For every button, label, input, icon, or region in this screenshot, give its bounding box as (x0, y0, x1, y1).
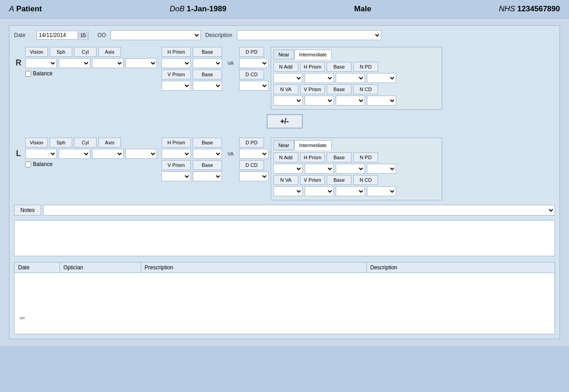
plusminus-button[interactable]: +/- (267, 114, 303, 129)
history-table: Date Optician Prescription Description ⚰ (14, 263, 555, 327)
l-axis-select[interactable] (125, 149, 157, 159)
r-axis-select[interactable] (125, 58, 157, 68)
l-near-row2: N VA V Prism Base N CD (273, 175, 439, 185)
l-h-base-button[interactable]: Base (193, 138, 222, 148)
nhs-label: NHS (499, 5, 515, 13)
r-n-add-select[interactable] (273, 73, 303, 83)
r-h-prism-button[interactable]: H Prism (162, 47, 191, 57)
calendar-button[interactable]: 15 (78, 32, 88, 39)
l-d-cd-button[interactable]: D CD (239, 160, 264, 170)
oo-label: OO (97, 32, 106, 38)
history-empty-row: ⚰ (14, 273, 555, 327)
r-d-pd-select[interactable] (239, 58, 268, 68)
l-h-base-select[interactable] (193, 149, 222, 159)
patient-prefix: A (9, 5, 14, 13)
l-near-h-prism-select[interactable] (305, 164, 334, 174)
notes-textarea[interactable] (14, 220, 555, 256)
r-d-cd-button[interactable]: D CD (239, 69, 264, 79)
l-n-add-button[interactable]: N Add (273, 152, 298, 162)
r-sph-button[interactable]: Sph (50, 47, 72, 57)
notes-section: Notes (14, 205, 555, 216)
l-balance-checkbox[interactable] (25, 161, 31, 167)
r-v-base-button[interactable]: Base (193, 69, 222, 79)
r-d-pd-button[interactable]: D PD (239, 47, 264, 57)
date-input[interactable] (37, 31, 78, 39)
r-n-va-select[interactable] (273, 96, 303, 106)
l-near-v-prism-select[interactable] (305, 186, 334, 196)
l-v-base-select[interactable] (193, 171, 222, 181)
l-d-pd-select[interactable] (239, 149, 268, 159)
r-h-prism-select[interactable] (162, 58, 191, 68)
l-near-v-base-button[interactable]: Base (327, 175, 352, 185)
r-n-add-button[interactable]: N Add (273, 62, 298, 72)
l-vision-select[interactable] (25, 149, 57, 159)
r-balance-checkbox[interactable] (25, 71, 31, 77)
l-sph-button[interactable]: Sph (50, 138, 72, 148)
l-n-cd-button[interactable]: N CD (353, 175, 378, 185)
description-select[interactable] (237, 30, 381, 40)
l-near-base-button[interactable]: Base (327, 152, 352, 162)
l-balance-row: Balance (25, 161, 157, 167)
r-vision-button[interactable]: Vision (25, 47, 48, 57)
l-n-pd-select[interactable] (367, 164, 396, 174)
l-v-base-button[interactable]: Base (193, 160, 222, 170)
glasses-icon: ⚰ (16, 311, 28, 325)
l-h-prism-button[interactable]: H Prism (162, 138, 191, 148)
r-prism-row3: V Prism Base D CD (162, 69, 268, 79)
r-near-int-section: Near Intermediate N Add H Prism Base N P… (271, 47, 442, 110)
l-near-v-base-select[interactable] (336, 186, 365, 196)
l-v-prism-select[interactable] (162, 171, 191, 181)
r-h-base-select[interactable] (193, 58, 222, 68)
r-near-h-prism-button[interactable]: H Prism (300, 62, 325, 72)
l-h-prism-select[interactable] (162, 149, 191, 159)
r-cyl-select[interactable] (92, 58, 124, 68)
l-intermediate-tab[interactable]: Intermediate (294, 140, 332, 150)
l-prism-row1: H Prism Base D PD (162, 138, 268, 148)
r-cyl-button[interactable]: Cyl (74, 47, 97, 57)
l-cyl-button[interactable]: Cyl (74, 138, 97, 148)
r-n-cd-button[interactable]: N CD (353, 84, 378, 94)
l-near-v-prism-button[interactable]: V Prism (300, 175, 325, 185)
r-near-base-button[interactable]: Base (327, 62, 352, 72)
l-n-pd-button[interactable]: N PD (353, 152, 378, 162)
r-near-v-base-select[interactable] (336, 96, 365, 106)
l-n-va-button[interactable]: N VA (273, 175, 298, 185)
r-h-base-button[interactable]: Base (193, 47, 222, 57)
l-axis-button[interactable]: Axis (98, 138, 121, 148)
l-sph-select[interactable] (59, 149, 90, 159)
r-near-h-prism-select[interactable] (305, 73, 334, 83)
r-near-v-prism-select[interactable] (305, 96, 334, 106)
r-v-prism-button[interactable]: V Prism (162, 69, 191, 79)
r-near-h-base-select[interactable] (336, 73, 365, 83)
r-v-prism-select[interactable] (162, 81, 191, 91)
r-intermediate-tab[interactable]: Intermediate (294, 50, 332, 60)
notes-button[interactable]: Notes (14, 205, 41, 216)
r-n-va-button[interactable]: N VA (273, 84, 298, 94)
l-near-h-base-select[interactable] (336, 164, 365, 174)
l-d-pd-button[interactable]: D PD (239, 138, 264, 148)
r-vision-select[interactable] (25, 58, 57, 68)
r-n-cd-select[interactable] (367, 96, 396, 106)
l-vision-button[interactable]: Vision (25, 138, 48, 148)
r-near-v-prism-button[interactable]: V Prism (300, 84, 325, 94)
l-n-va-select[interactable] (273, 186, 303, 196)
dob-value: 1-Jan-1989 (187, 5, 227, 13)
r-near-tab[interactable]: Near (273, 50, 294, 60)
l-n-cd-select[interactable] (367, 186, 396, 196)
l-v-prism-button[interactable]: V Prism (162, 160, 191, 170)
r-n-pd-select[interactable] (367, 73, 396, 83)
notes-select[interactable] (43, 205, 555, 216)
r-axis-button[interactable]: Axis (98, 47, 121, 57)
l-near-h-prism-button[interactable]: H Prism (300, 152, 325, 162)
r-near-v-base-button[interactable]: Base (327, 84, 352, 94)
r-sph-select[interactable] (59, 58, 90, 68)
l-d-cd-select[interactable] (239, 171, 268, 181)
r-d-cd-select[interactable] (239, 81, 268, 91)
l-cyl-select[interactable] (92, 149, 124, 159)
oo-select[interactable] (111, 30, 201, 40)
r-v-base-select[interactable] (193, 81, 222, 91)
l-n-add-select[interactable] (273, 164, 303, 174)
plusminus-row: +/- (14, 112, 555, 133)
l-near-tab[interactable]: Near (273, 140, 294, 150)
r-n-pd-button[interactable]: N PD (353, 62, 378, 72)
